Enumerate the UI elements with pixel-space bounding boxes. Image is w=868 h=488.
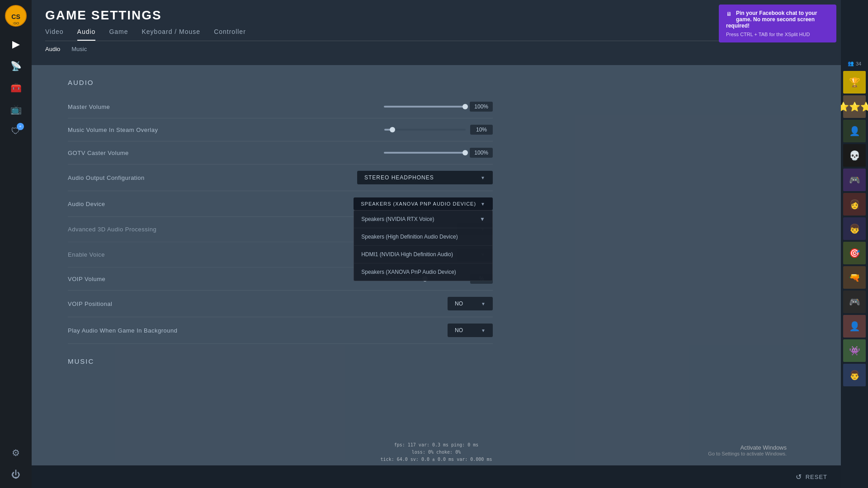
music-volume-track[interactable] [384, 129, 466, 131]
reset-button[interactable]: ↺ RESET [796, 473, 827, 481]
sidebar-icon-briefcase[interactable]: 🧰 [7, 79, 25, 97]
friend-avatar-2[interactable]: 👤 [843, 120, 866, 142]
friend-avatar-9[interactable]: 🎮 [843, 291, 866, 313]
gotv-track[interactable] [384, 152, 465, 154]
sidebar-icon-shield[interactable]: 🛡 + [7, 122, 25, 140]
voip-positional-value: NO [455, 300, 463, 307]
perf-line-2: loss: 0% choke: 0% [381, 449, 492, 456]
nav-tabs: Video Audio Game Keyboard / Mouse Contro… [45, 28, 827, 41]
music-volume-thumb[interactable] [390, 127, 395, 132]
master-volume-track[interactable] [384, 106, 465, 108]
svg-text::GO: :GO [13, 21, 19, 25]
master-volume-label: Master Volume [68, 103, 384, 110]
friend-avatar-6[interactable]: 👦 [843, 217, 866, 240]
voip-positional-chevron-icon: ▼ [481, 301, 486, 306]
music-volume-value: 10% [470, 125, 493, 135]
friends-count-icon: 👥 [848, 61, 854, 66]
audio-device-menu: Speakers (NVIDIA RTX Voice) ▼ Speakers (… [354, 210, 493, 281]
music-volume-label: Music Volume In Steam Overlay [68, 127, 384, 133]
tab-keyboard-mouse[interactable]: Keyboard / Mouse [142, 28, 201, 41]
audio-device-label: Audio Device [68, 201, 354, 207]
right-sidebar: 🖥 Pin your Facebook chat to your game. N… [841, 0, 868, 488]
setting-row-gotv: GOTV Caster Volume 100% [68, 141, 493, 164]
settings-content: Audio Master Volume 100% Music Volume In… [32, 65, 529, 388]
tab-controller[interactable]: Controller [214, 28, 246, 41]
main-content: GAME SETTINGS Video Audio Game Keyboard … [32, 0, 841, 488]
sidebar-icon-play[interactable]: ▶ [7, 35, 25, 53]
tab-audio[interactable]: Audio [77, 28, 96, 41]
play-audio-bg-dropdown[interactable]: NO ▼ [448, 324, 493, 337]
audio-device-option-2[interactable]: HDMI1 (NVIDIA High Definition Audio) [354, 246, 492, 263]
subtab-music[interactable]: Music [71, 46, 87, 57]
gotv-fill [384, 152, 465, 154]
audio-output-chevron-icon: ▼ [481, 175, 486, 180]
sidebar-icon-tv[interactable]: 📺 [7, 100, 25, 118]
audio-device-option-3[interactable]: Speakers (XANOVA PnP Audio Device) [354, 263, 492, 281]
audio-device-chevron-icon: ▼ [481, 202, 486, 206]
setting-row-audio-device: Audio Device SPEAKERS (XANOVA PNP AUDIO … [68, 191, 493, 217]
setting-row-play-audio-bg: Play Audio When Game In Background NO ▼ [68, 317, 493, 344]
audio-device-option-0-label: Speakers (NVIDIA RTX Voice) [361, 216, 434, 222]
friend-avatar-12[interactable]: 👨 [843, 364, 866, 386]
audio-device-option-2-label: HDMI1 (NVIDIA High Definition Audio) [361, 251, 453, 258]
activate-windows-title: Activate Windows [708, 444, 787, 451]
gotv-label: GOTV Caster Volume [68, 150, 384, 156]
audio-device-value: SPEAKERS (XANOVA PNP AUDIO DEVICE) [361, 201, 476, 206]
settings-wrapper: Audio Master Volume 100% Music Volume In… [32, 65, 841, 488]
friend-avatar-8[interactable]: 🔫 [843, 266, 866, 289]
sidebar-icon-antenna[interactable]: 📡 [7, 57, 25, 75]
audio-output-dropdown[interactable]: STEREO HEADPHONES ▼ [357, 171, 493, 184]
audio-device-option-0[interactable]: Speakers (NVIDIA RTX Voice) ▼ [354, 211, 492, 228]
left-sidebar: CS :GO ▶ 📡 🧰 📺 🛡 + ⚙ ⏻ [0, 0, 32, 488]
play-audio-bg-label: Play Audio When Game In Background [68, 327, 448, 334]
setting-row-music-volume: Music Volume In Steam Overlay 10% [68, 118, 493, 141]
csgo-logo[interactable]: CS :GO [5, 5, 27, 27]
voip-positional-label: VOIP Positional [68, 300, 448, 307]
friend-avatar-1[interactable]: ⭐⭐⭐ [843, 95, 866, 118]
friend-avatar-0[interactable]: 🏆 [843, 71, 866, 94]
master-volume-thumb[interactable] [462, 104, 468, 109]
gotv-control: 100% [384, 148, 493, 158]
sub-tabs: Audio Music [45, 41, 827, 57]
subtab-audio[interactable]: Audio [45, 46, 60, 57]
friend-avatar-11[interactable]: 👾 [843, 339, 866, 362]
friend-avatar-7[interactable]: 🎯 [843, 242, 866, 264]
sidebar-icon-settings[interactable]: ⚙ [7, 444, 25, 462]
friend-avatar-10[interactable]: 👤 [843, 315, 866, 338]
friend-avatar-5[interactable]: 👩 [843, 193, 866, 216]
audio-output-control: STEREO HEADPHONES ▼ [357, 171, 493, 184]
music-section-title: Music [68, 357, 493, 365]
perf-line-1: fps: 117 var: 0.3 ms ping: 0 ms [381, 441, 492, 449]
master-volume-fill [384, 106, 465, 108]
svg-text:CS: CS [11, 13, 20, 20]
master-volume-value: 100% [470, 102, 493, 112]
setting-row-master-volume: Master Volume 100% [68, 95, 493, 118]
reset-icon: ↺ [796, 473, 802, 481]
tab-game[interactable]: Game [109, 28, 128, 41]
voip-positional-dropdown[interactable]: NO ▼ [448, 297, 493, 310]
audio-device-option-0-chevron: ▼ [480, 216, 485, 222]
audio-device-option-3-label: Speakers (XANOVA PnP Audio Device) [361, 269, 456, 275]
voip-positional-control: NO ▼ [448, 297, 493, 310]
play-audio-bg-control: NO ▼ [448, 324, 493, 337]
play-audio-bg-chevron-icon: ▼ [481, 328, 486, 333]
setting-row-voip-positional: VOIP Positional NO ▼ [68, 291, 493, 317]
music-volume-control: 10% [384, 125, 493, 135]
audio-device-dropdown-btn[interactable]: SPEAKERS (XANOVA PNP AUDIO DEVICE) ▼ [354, 197, 493, 210]
shield-badge: + [17, 123, 24, 130]
friend-avatar-3[interactable]: 💀 [843, 144, 866, 167]
audio-device-option-1[interactable]: Speakers (High Definition Audio Device) [354, 228, 492, 246]
bottom-bar: ↺ RESET [32, 465, 841, 488]
activate-windows-subtitle: Go to Settings to activate Windows. [708, 451, 787, 456]
friend-avatar-4[interactable]: 🎮 [843, 169, 866, 191]
play-audio-bg-value: NO [455, 327, 463, 333]
tab-video[interactable]: Video [45, 28, 64, 41]
friends-count-number: 34 [856, 61, 861, 66]
gotv-value: 100% [470, 148, 493, 158]
reset-label: RESET [806, 474, 827, 480]
gotv-thumb[interactable] [462, 150, 468, 155]
audio-output-label: Audio Output Configuration [68, 174, 357, 181]
sidebar-icon-power[interactable]: ⏻ [7, 465, 25, 483]
perf-stats: fps: 117 var: 0.3 ms ping: 0 ms loss: 0%… [381, 441, 492, 463]
friends-section: 👥 34 [848, 58, 861, 69]
